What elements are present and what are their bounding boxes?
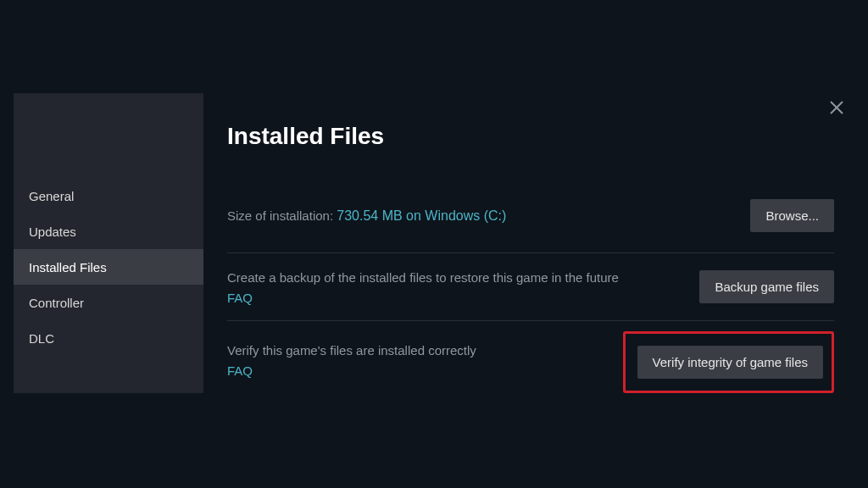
sidebar-item-installed-files[interactable]: Installed Files xyxy=(14,249,203,285)
row-backup: Create a backup of the installed files t… xyxy=(227,252,834,320)
verify-button[interactable]: Verify integrity of game files xyxy=(637,346,823,379)
backup-button[interactable]: Backup game files xyxy=(699,270,834,303)
sidebar: General Updates Installed Files Controll… xyxy=(14,93,203,356)
verify-highlight: Verify integrity of game files xyxy=(623,331,834,393)
sidebar-item-controller[interactable]: Controller xyxy=(14,285,203,320)
close-icon xyxy=(829,100,844,115)
sidebar-panel: General Updates Installed Files Controll… xyxy=(14,93,203,393)
verify-description: Verify this game's files are installed c… xyxy=(227,341,476,360)
row-verify: Verify this game's files are installed c… xyxy=(227,320,834,408)
content-area: Installed Files Size of installation: 73… xyxy=(227,123,834,408)
sidebar-item-general[interactable]: General xyxy=(14,178,203,214)
install-size-text: Size of installation: 730.54 MB on Windo… xyxy=(227,207,506,225)
close-button[interactable] xyxy=(829,100,844,115)
verify-faq-link[interactable]: FAQ xyxy=(227,363,476,378)
install-size-label: Size of installation: xyxy=(227,208,337,223)
backup-description: Create a backup of the installed files t… xyxy=(227,269,619,287)
row-install-size: Size of installation: 730.54 MB on Windo… xyxy=(227,199,834,252)
install-size-link[interactable]: 730.54 MB on Windows (C:) xyxy=(337,208,506,223)
backup-faq-link[interactable]: FAQ xyxy=(227,291,619,305)
backup-text-block: Create a backup of the installed files t… xyxy=(227,269,619,305)
sidebar-item-updates[interactable]: Updates xyxy=(14,214,203,249)
browse-button[interactable]: Browse... xyxy=(750,199,834,232)
sidebar-item-dlc[interactable]: DLC xyxy=(14,320,203,356)
page-title: Installed Files xyxy=(227,123,834,150)
verify-text-block: Verify this game's files are installed c… xyxy=(227,336,476,378)
